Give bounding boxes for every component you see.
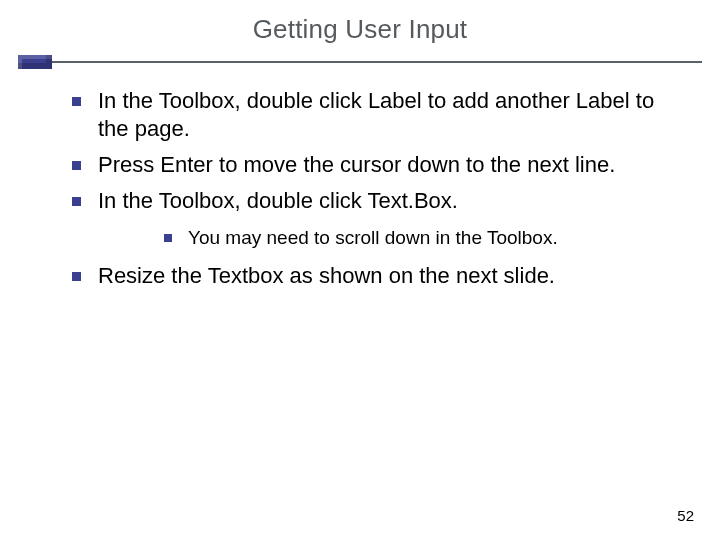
title-area: Getting User Input <box>0 0 720 45</box>
page-number: 52 <box>677 507 694 524</box>
list-item: Press Enter to move the cursor down to t… <box>40 151 680 179</box>
list-item: In the Toolbox, double click Text.Box. Y… <box>40 187 680 249</box>
bullet-text: Resize the Textbox as shown on the next … <box>98 263 555 288</box>
slide-title: Getting User Input <box>0 14 720 45</box>
list-item: You may need to scroll down in the Toolb… <box>98 226 680 250</box>
bullet-text: In the Toolbox, double click Label to ad… <box>98 88 654 141</box>
content-area: In the Toolbox, double click Label to ad… <box>0 69 720 290</box>
title-rule <box>0 55 720 69</box>
list-item: In the Toolbox, double click Label to ad… <box>40 87 680 143</box>
bullet-text: Press Enter to move the cursor down to t… <box>98 152 615 177</box>
list-item: Resize the Textbox as shown on the next … <box>40 262 680 290</box>
bullet-list: In the Toolbox, double click Label to ad… <box>40 87 680 290</box>
slide: Getting User Input In the Toolbox, doubl… <box>0 0 720 540</box>
bullet-text: In the Toolbox, double click Text.Box. <box>98 188 458 213</box>
divider-line <box>18 61 702 63</box>
accent-box-icon <box>18 55 52 69</box>
sub-bullet-list: You may need to scroll down in the Toolb… <box>98 226 680 250</box>
bullet-text: You may need to scroll down in the Toolb… <box>188 227 558 248</box>
